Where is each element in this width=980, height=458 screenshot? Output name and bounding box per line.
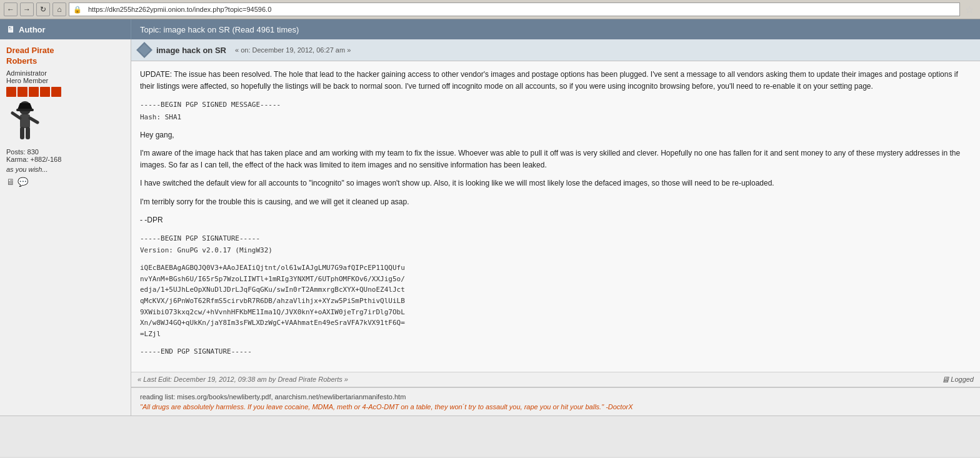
karma-square-3 xyxy=(29,87,39,97)
forum-header: 🖥 Author Topic: image hack on SR (Read 4… xyxy=(0,19,980,39)
post-title: image hack on SR xyxy=(156,46,226,55)
post-diamond-icon xyxy=(138,43,151,57)
karma-square-5 xyxy=(51,87,61,97)
post-last-edit: « Last Edit: December 19, 2012, 09:38 am… xyxy=(138,376,348,383)
post-pgp-sig-end: -----END PGP SIGNATURE----- xyxy=(140,346,971,357)
post-header: image hack on SR « on: December 19, 2012… xyxy=(131,39,980,61)
karma-square-2 xyxy=(18,87,28,97)
header-author-label: Author xyxy=(19,25,46,34)
header-author-col: 🖥 Author xyxy=(0,19,131,39)
browser-toolbar: ← → ↻ ⌂ 🔒 ☆ xyxy=(0,0,980,19)
post-body-para1: I'm aware of the image hack that has tak… xyxy=(140,147,971,171)
author-sidebar: Dread Pirate Roberts Administrator Hero … xyxy=(0,39,131,416)
svg-rect-2 xyxy=(16,109,34,111)
post-pgp-sig-body: iQEcBAEBAgAGBQJQ0V3+AAoJEAIiQjtnt/ol61wI… xyxy=(140,262,971,339)
author-role: Administrator xyxy=(6,69,124,77)
lock-icon: 🔒 xyxy=(73,6,82,14)
svg-marker-1 xyxy=(18,103,32,109)
karma-square-1 xyxy=(6,87,16,97)
author-tagline: as you wish... xyxy=(6,166,124,173)
author-rank: Hero Member xyxy=(6,77,124,84)
karma-square-4 xyxy=(40,87,50,97)
sig-reading-list: reading list: mises.org/books/newliberty… xyxy=(140,393,971,401)
forum-row: Dread Pirate Roberts Administrator Hero … xyxy=(0,39,980,416)
karma-squares xyxy=(6,87,124,97)
post-footer: « Last Edit: December 19, 2012, 09:38 am… xyxy=(131,372,980,387)
svg-line-5 xyxy=(30,118,38,122)
refresh-button[interactable]: ↻ xyxy=(36,2,50,16)
author-posts: Posts: 830 xyxy=(6,148,124,156)
logged-text: Logged xyxy=(951,376,974,383)
avatar xyxy=(6,101,44,144)
address-bar[interactable] xyxy=(84,2,956,16)
post-update-para: UPDATE: The issue has been resolved. The… xyxy=(140,69,971,92)
svg-rect-3 xyxy=(20,114,30,128)
svg-rect-7 xyxy=(26,127,30,139)
forward-button[interactable]: → xyxy=(20,2,34,16)
post-sign-off: - -DPR xyxy=(140,214,971,226)
post-column: image hack on SR « on: December 19, 2012… xyxy=(131,39,980,416)
author-icons: 🖥 💬 xyxy=(6,177,124,187)
back-button[interactable]: ← xyxy=(4,2,18,16)
home-button[interactable]: ⌂ xyxy=(52,2,66,16)
monitor-icon: 🖥 xyxy=(6,24,15,34)
author-name: Dread Pirate Roberts xyxy=(6,46,124,67)
post-body: UPDATE: The issue has been resolved. The… xyxy=(131,61,980,372)
quote-icon[interactable]: 💬 xyxy=(18,177,28,187)
post-body-para2: I have switched the default view for all… xyxy=(140,177,971,189)
post-greeting: Hey gang, xyxy=(140,129,971,141)
page-content: 🖥 Author Topic: image hack on SR (Read 4… xyxy=(0,19,980,457)
header-topic-text: Topic: image hack on SR (Read 4961 times… xyxy=(140,25,299,34)
post-pgp-begin: -----BEGIN PGP SIGNED MESSAGE----- Hash:… xyxy=(140,99,971,122)
author-karma: Karma: +882/-168 xyxy=(6,156,124,163)
header-topic-col: Topic: image hack on SR (Read 4961 times… xyxy=(131,19,980,39)
bookmark-star-icon[interactable]: ☆ xyxy=(962,2,976,16)
sig-quote: "All drugs are absolutely harmless. If y… xyxy=(140,403,971,411)
post-body-para3: I'm terribly sorry for the trouble this … xyxy=(140,196,971,208)
logged-badge: 🖥 Logged xyxy=(941,375,974,384)
logged-icon: 🖥 xyxy=(941,375,949,384)
post-pgp-sig: -----BEGIN PGP SIGNATURE----- Version: G… xyxy=(140,232,971,256)
browser-chrome: ← → ↻ ⌂ 🔒 ☆ xyxy=(0,0,980,19)
svg-line-4 xyxy=(12,113,20,118)
post-date: « on: December 19, 2012, 06:27 am » xyxy=(235,46,351,54)
pm-icon[interactable]: 🖥 xyxy=(6,177,15,187)
signature-area: reading list: mises.org/books/newliberty… xyxy=(131,387,980,416)
svg-rect-6 xyxy=(20,127,24,139)
